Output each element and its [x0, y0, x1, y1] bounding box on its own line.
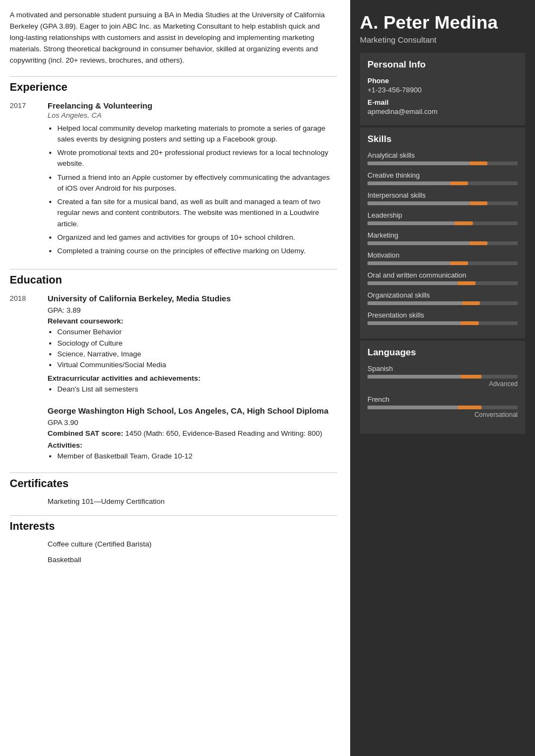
skill-bar-fill-8: [367, 321, 460, 325]
skill-item-2: Interpersonal skills: [367, 191, 518, 205]
edu-content-1: George Washington High School, Los Angel…: [48, 406, 337, 462]
lang-bar-bg-0: [367, 375, 518, 379]
sat-label: Combined SAT score:: [48, 429, 123, 437]
languages-container: SpanishAdvancedFrenchConversational: [367, 364, 518, 418]
personal-info-title: Personal Info: [367, 59, 518, 70]
experience-location-0: Los Angeles, CA: [48, 111, 337, 119]
cert-value-0: Marketing 101—Udemy Certification: [48, 497, 337, 505]
skills-title: Skills: [367, 134, 518, 145]
edu-gpa-1: GPA 3.90: [48, 418, 337, 427]
lang-name-1: French: [367, 395, 518, 403]
skill-bar-accent-3: [454, 221, 472, 225]
skill-bar-accent-4: [470, 241, 487, 245]
skill-name-0: Analytical skills: [367, 151, 518, 159]
education-section: Education 2018 University of California …: [10, 269, 337, 462]
skill-bar-bg-6: [367, 281, 518, 285]
edu-coursework-label-0: Relevant coursework:: [48, 317, 337, 325]
skill-bar-accent-6: [458, 281, 476, 285]
sat-value: 1450 (Math: 650, Evidence-Based Reading …: [125, 429, 322, 437]
lang-bar-fill-0: [367, 375, 460, 379]
job-title: Marketing Consultant: [360, 35, 525, 44]
skills-container: Analytical skillsCreative thinkingInterp…: [367, 151, 518, 325]
skill-item-5: Motivation: [367, 251, 518, 265]
interests-title: Interests: [10, 520, 337, 532]
phone-value: +1-23-456-78900: [367, 86, 518, 94]
skill-bar-accent-0: [470, 161, 487, 165]
left-column: A motivated and personable student pursu…: [0, 0, 350, 756]
cert-year-0: [10, 497, 48, 505]
skill-bar-bg-4: [367, 241, 518, 245]
personal-info-section: Personal Info Phone +1-23-456-78900 E-ma…: [360, 53, 525, 125]
interest-block-1: Basketball: [10, 556, 337, 567]
certificates-title: Certificates: [10, 477, 337, 490]
skill-name-2: Interpersonal skills: [367, 191, 518, 199]
skill-name-8: Presentation skills: [367, 311, 518, 319]
experience-year-0: 2017: [10, 101, 48, 260]
edu-year-0: 2018: [10, 294, 48, 395]
skill-bar-bg-1: [367, 181, 518, 185]
bullet: Completed a training course on the princ…: [57, 246, 337, 256]
lang-level-0: Advanced: [367, 380, 518, 388]
lang-bar-accent-1: [458, 406, 482, 409]
lang-item-1: FrenchConversational: [367, 395, 518, 418]
skill-bar-fill-3: [367, 221, 454, 225]
skill-bar-fill-2: [367, 201, 470, 205]
interest-value-1: Basketball: [48, 556, 337, 564]
skill-bar-bg-0: [367, 161, 518, 165]
edu-year-1: [10, 406, 48, 462]
interest-year-0: [10, 540, 48, 551]
skill-name-3: Leadership: [367, 211, 518, 219]
edu-school-1: George Washington High School, Los Angel…: [48, 406, 337, 415]
experience-content-0: Freelancing & Volunteering Los Angeles, …: [48, 101, 337, 260]
skill-bar-bg-8: [367, 321, 518, 325]
experience-title-0: Freelancing & Volunteering: [48, 101, 337, 110]
candidate-name: A. Peter Medina: [360, 12, 525, 33]
skill-bar-accent-8: [460, 321, 478, 325]
skill-bar-fill-1: [367, 181, 450, 185]
bullet: Turned a friend into an Apple customer b…: [57, 172, 337, 194]
skill-name-5: Motivation: [367, 251, 518, 259]
skill-name-1: Creative thinking: [367, 171, 518, 179]
skill-bar-accent-7: [462, 301, 480, 305]
skill-bar-bg-2: [367, 201, 518, 205]
skill-item-8: Presentation skills: [367, 311, 518, 325]
skill-item-6: Oral and written communication: [367, 271, 518, 285]
bullet: Wrote promotional texts and 20+ professi…: [57, 147, 337, 170]
activity-item: Member of Basketball Team, Grade 10-12: [57, 451, 337, 462]
extra-item: Dean's List all semesters: [57, 384, 337, 395]
coursework-item: Virtual Communities/Social Media: [57, 360, 337, 370]
certificates-section: Certificates Marketing 101—Udemy Certifi…: [10, 473, 337, 505]
right-column: A. Peter Medina Marketing Consultant Per…: [350, 0, 535, 756]
email-value: apmedina@email.com: [367, 107, 518, 116]
experience-block-0: 2017 Freelancing & Volunteering Los Ange…: [10, 101, 337, 260]
coursework-item: Sociology of Culture: [57, 338, 337, 349]
skill-item-4: Marketing: [367, 231, 518, 245]
edu-school-0: University of California Berkeley, Media…: [48, 294, 337, 303]
coursework-item: Consumer Behavior: [57, 327, 337, 338]
lang-item-0: SpanishAdvanced: [367, 364, 518, 388]
skill-bar-accent-5: [450, 261, 468, 265]
activities-label-1: Activities:: [48, 441, 337, 449]
skill-name-6: Oral and written communication: [367, 271, 518, 279]
skill-item-0: Analytical skills: [367, 151, 518, 165]
experience-bullets-0: Helped local community develop marketing…: [48, 123, 337, 257]
lang-bar-accent-0: [460, 375, 482, 379]
lang-bar-bg-1: [367, 406, 518, 409]
bullet: Created a fan site for a musical band, a…: [57, 197, 337, 230]
skill-bar-fill-5: [367, 261, 450, 265]
edu-block-1: George Washington High School, Los Angel…: [10, 406, 337, 462]
skill-bar-accent-2: [470, 201, 487, 205]
skill-bar-bg-5: [367, 261, 518, 265]
skill-item-3: Leadership: [367, 211, 518, 225]
interest-value-0: Coffee culture (Certified Barista): [48, 540, 337, 548]
phone-label: Phone: [367, 77, 518, 85]
skill-bar-accent-1: [450, 181, 468, 185]
experience-section: Experience 2017 Freelancing & Volunteeri…: [10, 76, 337, 260]
languages-section: Languages SpanishAdvancedFrenchConversat…: [360, 341, 525, 434]
email-label: E-mail: [367, 98, 518, 106]
lang-level-1: Conversational: [367, 411, 518, 418]
edu-block-0: 2018 University of California Berkeley, …: [10, 294, 337, 395]
edu-gpa-0: GPA: 3.89: [48, 306, 337, 314]
activities-list-1: Member of Basketball Team, Grade 10-12: [48, 451, 337, 462]
edu-coursework-list-0: Consumer Behavior Sociology of Culture S…: [48, 327, 337, 370]
